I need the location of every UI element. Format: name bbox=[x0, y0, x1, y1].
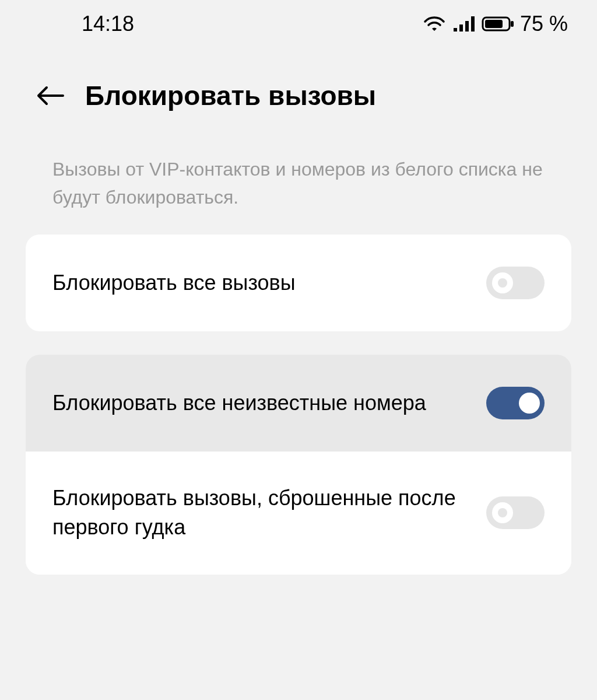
back-button[interactable] bbox=[35, 84, 64, 107]
status-bar: 14:18 75 % bbox=[0, 0, 597, 48]
setting-label-block-all: Блокировать все вызовы bbox=[52, 268, 486, 298]
page-description: Вызовы от VIP-контактов и номеров из бел… bbox=[0, 155, 597, 235]
svg-rect-6 bbox=[511, 21, 514, 27]
svg-rect-2 bbox=[465, 21, 469, 32]
toggle-block-all[interactable] bbox=[486, 267, 545, 299]
toggle-block-one-ring[interactable] bbox=[486, 496, 545, 529]
toggle-block-unknown[interactable] bbox=[486, 387, 545, 419]
wifi-icon bbox=[422, 15, 447, 33]
signal-icon bbox=[452, 15, 476, 33]
settings-card-group: Блокировать все неизвестные номера Блоки… bbox=[26, 355, 571, 575]
status-time: 14:18 bbox=[82, 12, 134, 36]
svg-rect-3 bbox=[471, 16, 475, 32]
battery-icon bbox=[482, 15, 514, 33]
svg-rect-5 bbox=[485, 20, 503, 28]
svg-rect-1 bbox=[459, 24, 463, 32]
svg-rect-0 bbox=[454, 28, 457, 32]
page-title: Блокировать вызовы bbox=[85, 80, 376, 111]
settings-card-block-all: Блокировать все вызовы bbox=[26, 235, 571, 331]
setting-label-block-unknown: Блокировать все неизвестные номера bbox=[52, 388, 486, 418]
battery-percentage: 75 % bbox=[520, 12, 568, 36]
setting-row-block-one-ring[interactable]: Блокировать вызовы, сброшенные после пер… bbox=[26, 452, 571, 575]
setting-row-block-all[interactable]: Блокировать все вызовы bbox=[26, 235, 571, 331]
page-header: Блокировать вызовы bbox=[0, 48, 597, 155]
setting-label-block-one-ring: Блокировать вызовы, сброшенные после пер… bbox=[52, 484, 486, 542]
setting-row-block-unknown[interactable]: Блокировать все неизвестные номера bbox=[26, 355, 571, 452]
status-indicators: 75 % bbox=[422, 12, 568, 36]
